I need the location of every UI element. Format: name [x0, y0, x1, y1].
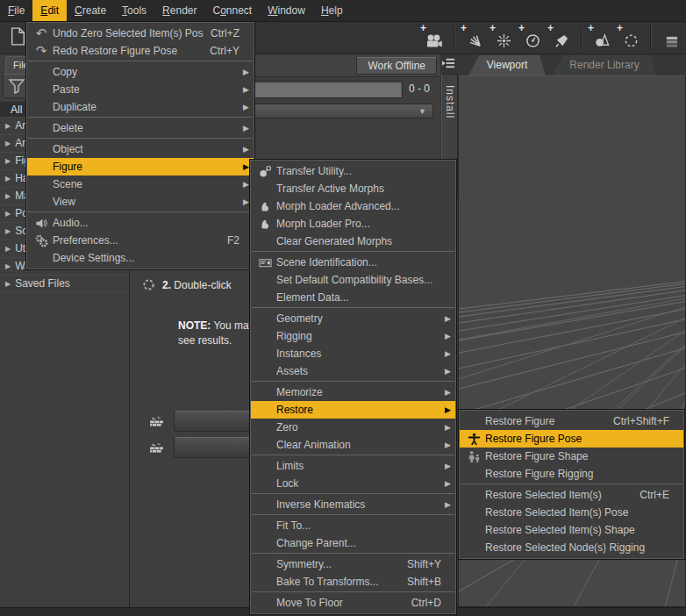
menu-item-scene[interactable]: Scene▶ [27, 175, 254, 193]
pane-options-icon[interactable] [441, 56, 456, 70]
menu-item-bake-to-transforms[interactable]: Bake To Transforms...Shift+B [251, 573, 455, 591]
menu-item-restore-selected-node-s-rigging[interactable]: Restore Selected Node(s) Rigging [460, 539, 683, 556]
menu-item-shortcut: Shift+B [407, 576, 441, 588]
tab-render-library[interactable]: Render Library [553, 55, 656, 75]
menu-item-copy[interactable]: Copy▶ [27, 63, 254, 81]
menu-item-shortcut: Shift+Y [407, 558, 441, 570]
menu-item-label: Scene Identification... [276, 256, 434, 269]
content-bricks-icon [146, 441, 166, 455]
submenu-arrow-icon: ▶ [441, 423, 453, 432]
menubar-item-edit[interactable]: Edit [32, 0, 67, 21]
menu-item-symmetry[interactable]: Symmetry...Shift+Y [251, 555, 455, 573]
new-distant-light-icon[interactable] [465, 27, 484, 48]
menu-item-paste[interactable]: Paste▶ [27, 81, 254, 98]
menu-item-device-settings[interactable]: Device Settings... [27, 249, 254, 267]
menu-item-geometry[interactable]: Geometry▶ [251, 310, 455, 327]
menu-item-lock[interactable]: Lock▶ [251, 475, 455, 492]
menu-item-undo-zero-selected-item-s-pose[interactable]: ↶Undo Zero Selected Item(s) PoseCtrl+Z [27, 25, 254, 42]
menu-item-label: Morph Loader Pro... [276, 218, 434, 230]
submenu-arrow-icon: ▶ [441, 367, 453, 376]
menubar-item-file[interactable]: File [0, 0, 32, 21]
menu-item-morph-loader-pro[interactable]: Morph Loader Pro... [251, 215, 455, 233]
menu-item-duplicate[interactable]: Duplicate▶ [27, 98, 254, 116]
menu-item-restore-selected-item-s[interactable]: Restore Selected Item(s)Ctrl+E [460, 486, 683, 504]
toolbar-left-group [11, 27, 25, 48]
edit-menu: ↶Undo Zero Selected Item(s) PoseCtrl+Z↷R… [26, 22, 254, 269]
menu-item-set-default-compatibility-bases[interactable]: Set Default Compatibility Bases... [251, 271, 455, 289]
menu-item-morph-loader-advanced[interactable]: Morph Loader Advanced... [251, 197, 455, 215]
pane-list-icon[interactable] [661, 27, 681, 48]
menu-item-restore-figure[interactable]: Restore FigureCtrl+Shift+F [460, 412, 683, 430]
menu-item-transfer-utility[interactable]: Transfer Utility... [251, 162, 455, 180]
menu-item-element-data[interactable]: Element Data... [251, 289, 455, 306]
menu-item-shortcut: Ctrl+Z [211, 27, 239, 39]
menu-item-change-parent[interactable]: Change Parent... [251, 534, 455, 552]
menubar-item-create[interactable]: Create [67, 0, 114, 21]
menubar-item-window[interactable]: Window [260, 0, 313, 21]
viewport-tab-bar: ViewportRender Library [458, 54, 686, 75]
new-gauge-light-icon[interactable] [523, 27, 542, 48]
menu-item-delete[interactable]: Delete▶ [27, 119, 254, 137]
menu-item-assets[interactable]: Assets▶ [251, 362, 455, 380]
menu-item-preferences[interactable]: Preferences...F2 [27, 232, 254, 249]
menu-item-limits[interactable]: Limits▶ [251, 457, 455, 475]
menu-item-label: Limits [276, 460, 434, 472]
result-range-label: 0 - 0 [409, 82, 430, 95]
submenu-arrow-icon: ▶ [441, 332, 453, 340]
menu-item-move-to-floor[interactable]: Move To FloorCtrl+D [251, 594, 455, 612]
submenu-arrow-icon: ▶ [441, 441, 453, 449]
expand-arrow-icon: ▶ [5, 240, 11, 257]
menu-item-restore-figure-rigging[interactable]: Restore Figure Rigging [460, 465, 683, 483]
menu-item-label: Restore Figure Rigging [485, 468, 662, 480]
submenu-arrow-icon: ▶ [239, 124, 251, 133]
menu-item-restore-figure-pose[interactable]: Restore Figure Pose [460, 430, 683, 448]
category-row-saved-files[interactable]: ▶Saved Files [0, 276, 129, 293]
new-camera-icon[interactable] [425, 27, 444, 48]
submenu-arrow-icon: ▶ [441, 462, 453, 470]
menu-item-transfer-active-morphs[interactable]: Transfer Active Morphs [251, 180, 455, 197]
tab-viewport[interactable]: Viewport [468, 55, 546, 75]
new-spotlight-icon[interactable] [552, 27, 571, 48]
menu-item-view[interactable]: View▶ [27, 193, 254, 211]
menu-item-restore-figure-shape[interactable]: Restore Figure Shape [460, 448, 683, 465]
menubar-item-render[interactable]: Render [154, 0, 204, 21]
menubar-item-help[interactable]: Help [313, 0, 351, 21]
menu-item-restore-selected-item-s-pose[interactable]: Restore Selected Item(s) Pose [460, 504, 683, 521]
menu-item-figure[interactable]: Figure▶ [27, 158, 254, 175]
undo-icon: ↶ [30, 27, 53, 39]
menu-item-inverse-kinematics[interactable]: Inverse Kinematics▶ [251, 496, 455, 513]
submenu-arrow-icon: ▶ [239, 85, 251, 94]
menu-item-zero[interactable]: Zero▶ [251, 419, 455, 436]
work-offline-button[interactable]: Work Offline [356, 57, 437, 75]
menu-item-audio[interactable]: Audio... [27, 214, 254, 232]
toolbar-separator [581, 25, 582, 50]
new-document-icon[interactable] [11, 27, 25, 46]
menu-item-label: Fit To... [276, 519, 434, 532]
menu-item-scene-identification[interactable]: Scene Identification... [251, 254, 455, 271]
submenu-arrow-icon: ▶ [441, 500, 453, 509]
menu-item-clear-animation[interactable]: Clear Animation▶ [251, 436, 455, 454]
menubar-item-connect[interactable]: Connect [204, 0, 260, 21]
id-card-icon [254, 255, 276, 269]
menu-item-memorize[interactable]: Memorize▶ [251, 383, 455, 401]
menu-item-fit-to[interactable]: Fit To... [251, 517, 455, 534]
menu-item-shortcut: Ctrl+Y [210, 45, 239, 57]
menu-item-redo-restore-figure-pose[interactable]: ↷Redo Restore Figure PoseCtrl+Y [27, 42, 254, 60]
spinner-icon [142, 278, 155, 291]
menu-bar: FileEditCreateToolsRenderConnectWindowHe… [0, 0, 686, 22]
menu-separator [27, 116, 254, 119]
menu-item-instances[interactable]: Instances▶ [251, 345, 455, 362]
gears-icon [30, 233, 53, 247]
menu-item-label: Lock [276, 477, 434, 490]
menu-item-rigging[interactable]: Rigging▶ [251, 327, 455, 345]
new-primitive-icon[interactable] [592, 27, 611, 48]
menu-item-object[interactable]: Object▶ [27, 140, 254, 158]
menubar-item-tools[interactable]: Tools [114, 0, 154, 21]
menu-item-restore-selected-item-s-shape[interactable]: Restore Selected Item(s) Shape [460, 521, 683, 539]
new-point-light-icon[interactable] [494, 27, 513, 48]
new-null-icon[interactable] [621, 27, 640, 48]
expand-arrow-icon: ▶ [5, 258, 11, 275]
submenu-arrow-icon: ▶ [441, 405, 453, 414]
menu-item-clear-generated-morphs[interactable]: Clear Generated Morphs [251, 233, 455, 250]
menu-item-restore[interactable]: Restore▶ [251, 401, 455, 419]
